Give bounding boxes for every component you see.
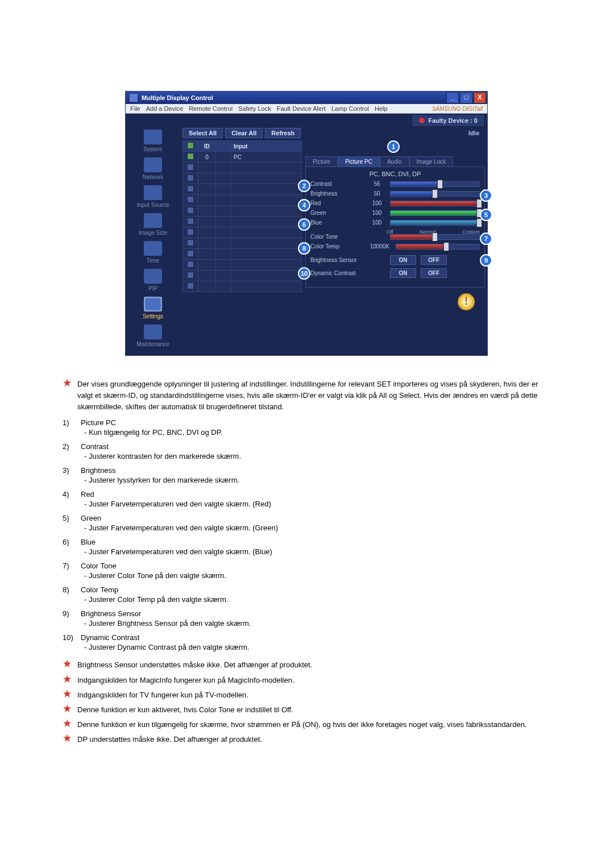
brightness-slider[interactable]: [390, 191, 480, 197]
refresh-button[interactable]: Refresh: [265, 128, 301, 138]
green-slider[interactable]: [390, 210, 480, 216]
tab-audio[interactable]: Audio: [380, 156, 409, 167]
brightness-sensor-off[interactable]: OFF: [421, 255, 447, 265]
row-checkbox[interactable]: [187, 153, 194, 160]
note-item: ★Denne funktion er kun tilgængelig for s…: [63, 719, 551, 730]
menu-fault-device-alert[interactable]: Fault Device Alert: [277, 105, 326, 112]
col-input[interactable]: Input: [231, 141, 302, 152]
menu-add-device[interactable]: Add a Device: [146, 105, 183, 112]
dynamic-contrast-off[interactable]: OFF: [421, 268, 447, 278]
minimize-button[interactable]: _: [446, 92, 459, 103]
menu-file[interactable]: File: [130, 105, 140, 112]
row-checkbox[interactable]: [187, 164, 194, 171]
table-row[interactable]: 0 PC: [183, 152, 302, 163]
brightness-sensor-label: Brightness Sensor: [310, 257, 383, 263]
note-text: DP understøttes måske ikke. Det afhænger…: [77, 734, 262, 745]
item-sub: Justerer lysstyrken for den markerede sk…: [84, 476, 551, 484]
sidebar-item-maintenance[interactable]: Maintenance: [128, 324, 178, 347]
dynamic-contrast-on[interactable]: ON: [390, 268, 416, 278]
note-text: Denne funktion er kun tilgængelig for sk…: [77, 719, 526, 730]
numbered-item: 7)Color ToneJusterer Color Tone på den v…: [63, 562, 551, 580]
row-checkbox[interactable]: [187, 229, 194, 235]
contrast-value: 56: [367, 181, 387, 187]
star-icon: ★: [63, 379, 72, 388]
clear-all-button[interactable]: Clear All: [225, 128, 263, 138]
callout-7: 7: [480, 232, 492, 245]
color-tone-label: Color Tone: [310, 234, 364, 240]
tab-picture[interactable]: Picture: [305, 156, 338, 167]
sidebar-item-time[interactable]: Time: [128, 240, 178, 264]
item-sub: Justerer Dynamic Contrast på den valgte …: [84, 643, 551, 651]
menu-remote-control[interactable]: Remote Control: [189, 105, 233, 112]
tab-image-lock[interactable]: Image Lock: [409, 156, 454, 167]
note-text: Indgangskilden for MagicInfo fungerer ku…: [77, 675, 294, 686]
menu-lamp-control[interactable]: Lamp Control: [331, 105, 369, 112]
numbered-item: 3)BrightnessJusterer lysstyrken for den …: [63, 466, 551, 484]
item-number: 8): [63, 585, 75, 594]
menubar: File Add a Device Remote Control Safety …: [126, 104, 487, 114]
sidebar-item-network[interactable]: Network: [128, 157, 178, 180]
item-number: 2): [63, 442, 75, 451]
item-sub: Juster Farvetemperaturen ved den valgte …: [84, 500, 551, 508]
red-label: Red: [310, 200, 364, 206]
row-checkbox[interactable]: [187, 218, 194, 225]
panel-header: PC, BNC, DVI, DP: [310, 171, 480, 177]
sidebar-item-image-size[interactable]: Image Size: [128, 213, 178, 236]
row-checkbox[interactable]: [187, 175, 194, 181]
maximize-button[interactable]: □: [460, 92, 472, 103]
row-checkbox[interactable]: [187, 250, 194, 257]
tab-picture-pc[interactable]: Picture PC: [338, 156, 380, 167]
color-tone-slider[interactable]: [390, 234, 480, 240]
item-number: 7): [63, 562, 75, 570]
menu-help[interactable]: Help: [375, 105, 388, 112]
callout-1: 1: [387, 140, 400, 153]
row-checkbox[interactable]: [187, 196, 194, 203]
sidebar-item-system[interactable]: System: [128, 129, 178, 152]
sidebar-item-input-source[interactable]: Input Source: [128, 185, 178, 208]
row-checkbox[interactable]: [187, 261, 194, 268]
brand-label: SAMSUNG DIGITall: [432, 106, 483, 112]
item-title: Blue: [81, 538, 551, 546]
note-item: ★Indgangskilden for MagicInfo fungerer k…: [63, 675, 551, 686]
app-window: Multiple Display Control _ □ X File Add …: [125, 91, 488, 356]
item-number: 5): [63, 514, 75, 522]
sidebar-item-settings[interactable]: Settings: [128, 296, 178, 319]
callout-9: 9: [480, 254, 492, 267]
callout-6: 6: [298, 218, 310, 231]
blue-value: 100: [367, 219, 387, 226]
row-checkbox[interactable]: [187, 239, 194, 246]
row-checkbox[interactable]: [187, 207, 194, 214]
col-id[interactable]: ID: [198, 141, 216, 152]
sidebar-item-pip[interactable]: PIP: [128, 268, 178, 292]
dynamic-contrast-label: Dynamic Contrast: [310, 270, 383, 276]
device-grid: ID Input 0 PC: [182, 140, 302, 353]
item-title: Dynamic Contrast: [81, 633, 551, 642]
item-title: Brightness: [81, 466, 551, 475]
maintenance-icon: [143, 324, 163, 340]
star-icon: ★: [63, 690, 72, 699]
contrast-slider[interactable]: [390, 181, 480, 187]
row-checkbox[interactable]: [187, 272, 194, 279]
row-checkbox[interactable]: [187, 185, 194, 192]
sidebar: System Network Input Source Image Size T…: [126, 126, 180, 355]
blue-slider[interactable]: [390, 220, 480, 226]
star-icon: ★: [63, 719, 72, 728]
note-text: Indgangskilden for TV fungerer kun på TV…: [77, 690, 248, 701]
settings-icon: [143, 296, 163, 312]
numbered-item: 2)ContrastJusterer kontrasten for den ma…: [63, 442, 551, 460]
red-slider[interactable]: [390, 201, 480, 206]
star-icon: ★: [63, 704, 72, 713]
star-icon: ★: [63, 675, 72, 684]
numbered-item: 9)Brightness SensorJusterer Brightness S…: [63, 609, 551, 628]
row-checkbox[interactable]: [187, 283, 194, 289]
close-button[interactable]: X: [474, 92, 486, 103]
item-sub: Justerer kontrasten for den markerede sk…: [84, 452, 551, 460]
faulty-device-pill: Faulty Device : 0: [413, 115, 484, 126]
brightness-sensor-on[interactable]: ON: [390, 255, 416, 265]
header-checkbox[interactable]: [187, 142, 194, 149]
note-item: ★DP understøttes måske ikke. Det afhænge…: [63, 734, 551, 745]
color-temp-slider[interactable]: [396, 244, 480, 250]
select-all-button[interactable]: Select All: [182, 128, 223, 138]
note-text: Denne funktion er kun aktiveret, hvis Co…: [77, 704, 293, 716]
menu-safety-lock[interactable]: Safety Lock: [238, 105, 271, 112]
